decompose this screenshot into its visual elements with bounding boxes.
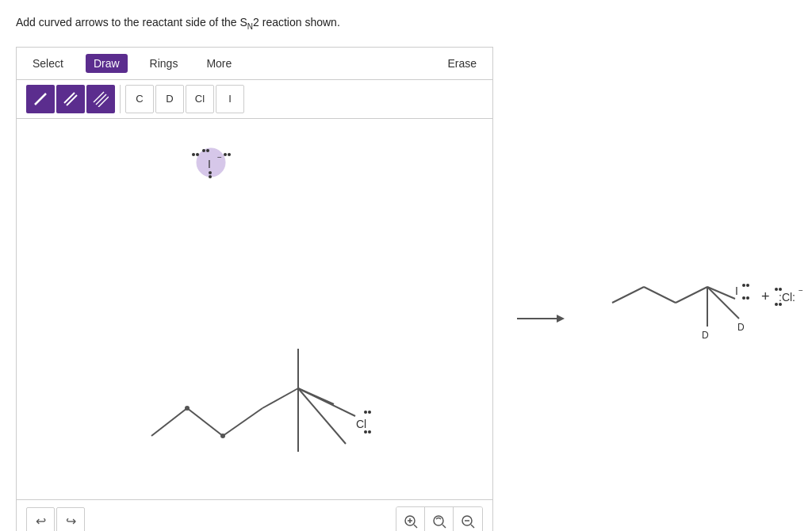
sub-toolbar: C D Cl I [17,80,492,119]
svg-line-2 [67,95,77,105]
canvas-area[interactable]: I − [17,119,492,499]
bond-D2 [298,388,346,444]
atom-Cl-btn[interactable]: Cl [186,85,214,113]
svg-line-4 [96,94,106,105]
svg-line-5 [98,97,109,107]
svg-point-47 [742,296,745,300]
redo-btn[interactable]: ↪ [56,507,85,531]
svg-text:+: + [761,288,770,304]
svg-text:I: I [208,158,211,170]
atom-D-btn[interactable]: D [155,85,184,113]
svg-point-24 [368,430,371,434]
svg-point-45 [742,284,745,287]
svg-text:D: D [342,499,349,499]
svg-line-39 [707,287,735,299]
svg-text:−: − [217,153,222,162]
molecule-canvas: I − [17,119,492,499]
toolbar-select[interactable]: Select [26,54,70,73]
svg-point-54 [779,303,782,306]
reaction-arrow [509,307,573,330]
svg-point-15 [206,149,209,152]
bond-3 [223,408,262,436]
toolbar-draw[interactable]: Draw [86,54,128,73]
atom-C-btn[interactable]: C [125,85,154,113]
toolbar: Select Draw Rings More Erase [17,48,492,80]
bond-4 [262,388,298,408]
undo-btn[interactable]: ↩ [26,507,55,531]
zoom-out-btn[interactable] [454,507,482,531]
triple-bond-btn[interactable] [86,85,115,113]
toolbar-rings[interactable]: Rings [144,54,185,73]
zoom-controls [396,506,483,531]
editor-panel: Select Draw Rings More Erase [16,47,493,531]
single-bond-btn[interactable] [26,85,55,113]
zoom-in-btn[interactable] [396,507,425,531]
svg-point-21 [364,411,367,414]
svg-point-6 [196,153,199,156]
zoom-reset-btn[interactable] [425,507,454,531]
svg-point-11 [209,175,212,178]
svg-text:D: D [702,330,709,341]
svg-line-28 [414,525,417,528]
svg-line-37 [644,287,676,303]
svg-point-17 [220,434,225,438]
svg-point-10 [209,171,212,174]
svg-point-48 [746,296,749,300]
svg-point-23 [364,430,367,434]
svg-point-46 [746,284,749,287]
svg-point-9 [228,153,231,156]
bond-1 [151,408,187,436]
svg-text:D: D [737,322,745,333]
svg-line-30 [442,525,446,528]
svg-point-16 [185,406,190,411]
svg-point-14 [202,149,205,152]
svg-text:−: − [799,286,803,295]
svg-line-3 [94,92,104,102]
toolbar-more[interactable]: More [200,54,238,73]
svg-point-51 [775,288,778,291]
svg-line-38 [676,287,707,303]
svg-point-52 [779,288,782,291]
bond-Cl [298,388,355,416]
svg-marker-35 [557,315,565,323]
svg-point-8 [224,153,227,156]
bond-2 [187,408,223,436]
bottom-bar: ↩ ↪ [17,499,492,531]
main-layout: Select Draw Rings More Erase [16,47,796,531]
svg-text:Cl: Cl [356,418,366,430]
atom-I-btn[interactable]: I [216,85,244,113]
svg-text::Cl:: :Cl: [779,291,795,304]
svg-line-41 [707,287,739,319]
toolbar-divider [120,85,121,113]
double-bond-btn[interactable] [56,85,85,113]
toolbar-erase[interactable]: Erase [441,54,483,73]
product-svg: D D I + :Cl: − [588,239,810,366]
svg-line-1 [64,93,75,103]
svg-line-33 [471,525,474,528]
svg-point-53 [775,303,778,306]
instruction-text: Add curved arrows to the reactant side o… [16,16,796,31]
undo-redo-group: ↩ ↪ [26,507,85,531]
svg-text:I: I [735,285,738,297]
svg-point-22 [368,411,371,414]
product-area: D D I + :Cl: − [588,239,810,366]
svg-point-7 [192,153,195,156]
svg-line-36 [612,287,644,303]
svg-line-0 [35,94,46,105]
